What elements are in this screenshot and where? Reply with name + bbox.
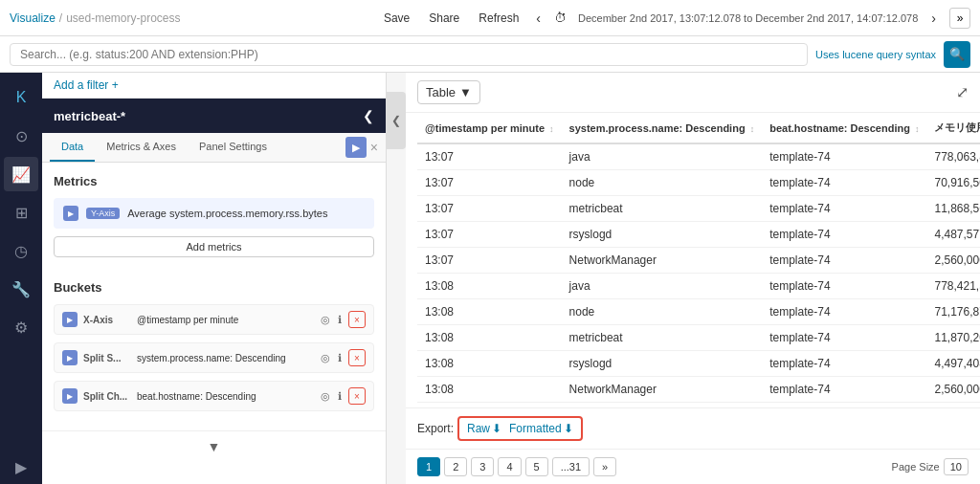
sidebar-item-dashboard[interactable]: ⊞ (4, 195, 38, 230)
tab-data[interactable]: Data (50, 133, 95, 162)
bucket-eye-xaxis[interactable]: ◎ (320, 313, 331, 327)
tab-panel-settings[interactable]: Panel Settings (188, 133, 278, 162)
refresh-button[interactable]: Refresh (475, 10, 523, 27)
save-button[interactable]: Save (380, 10, 413, 27)
export-label: Export: (417, 422, 454, 435)
page-btn-»[interactable]: » (593, 457, 616, 476)
cell-memory: 778,063,872 (926, 143, 980, 170)
bucket-edit-splitc[interactable]: ℹ (337, 389, 343, 404)
vis-type-dropdown-icon: ▼ (459, 85, 472, 99)
next-arrow[interactable]: › (929, 9, 938, 28)
table-row: 13:08 node template-74 71,176,874.667 (417, 299, 980, 325)
bucket-play-xaxis[interactable]: ▶ (62, 312, 78, 327)
search-button[interactable]: 🔍 (944, 41, 970, 68)
sort-icon-process: ↕ (750, 124, 755, 134)
formatted-export-link[interactable]: Formatted ⬇ (509, 422, 573, 435)
bucket-text-splitc: beat.hostname: Descending (137, 391, 314, 402)
bucket-text-splits: system.process.name: Descending (137, 353, 314, 363)
clock-icon: ⏱ (554, 11, 567, 25)
main-layout: K ⊙ 📈 ⊞ ◷ 🔧 ⚙ ▶ Add a filter + metricbea… (0, 73, 980, 484)
pagination-bar: 12345...31» Page Size 10 (406, 449, 980, 484)
cell-process: java (562, 143, 763, 170)
lucene-hint[interactable]: Uses lucene query syntax (815, 49, 936, 60)
sidebar-logo[interactable]: K (4, 80, 38, 115)
table-row: 13:08 metricbeat template-74 11,870,208 (417, 325, 980, 351)
col-header-memory[interactable]: メモリ使用量 (Byte) ↕ (926, 113, 980, 143)
sidebar-item-management[interactable]: 🔧 (4, 272, 38, 306)
cell-timestamp: 13:08 (417, 351, 562, 377)
sidebar-item-discover[interactable]: ⊙ (4, 119, 38, 153)
page-size-value[interactable]: 10 (944, 458, 969, 475)
add-metrics-button[interactable]: Add metrics (54, 236, 374, 257)
page-btn-2[interactable]: 2 (444, 457, 467, 476)
page-btn-5[interactable]: 5 (525, 457, 548, 476)
bucket-edit-xaxis[interactable]: ℹ (337, 313, 343, 327)
buckets-title: Buckets (54, 280, 374, 295)
sidebar-item-settings[interactable]: ⚙ (4, 310, 38, 344)
breadcrumb: Visualize / used-memory-process (10, 11, 181, 25)
raw-export-link[interactable]: Raw ⬇ (467, 422, 501, 435)
bucket-delete-splitc[interactable]: × (348, 387, 366, 405)
collapse-panel-button[interactable]: ❮ (363, 108, 374, 123)
chevron-down-button[interactable]: ▼ (208, 439, 221, 454)
page-btn-3[interactable]: 3 (471, 457, 494, 476)
forward-button[interactable]: » (949, 8, 970, 29)
col-header-process[interactable]: system.process.name: Descending ↕ (562, 113, 763, 143)
bucket-eye-splits[interactable]: ◎ (320, 351, 331, 365)
vis-type-selector[interactable]: Table ▼ (417, 80, 480, 104)
tab-metrics-axes[interactable]: Metrics & Axes (95, 133, 188, 162)
bucket-edit-splits[interactable]: ℹ (337, 351, 343, 365)
metric-play-icon[interactable]: ▶ (63, 206, 78, 221)
play-button[interactable]: ▶ (345, 137, 367, 158)
sidebar-item-timelion[interactable]: ◷ (4, 233, 38, 268)
sidebar-item-visualize[interactable]: 📈 (4, 157, 38, 191)
search-bar: Uses lucene query syntax 🔍 (0, 36, 980, 73)
metrics-title: Metrics (54, 174, 374, 188)
col-header-hostname[interactable]: beat.hostname: Descending ↕ (762, 113, 926, 143)
bucket-play-splits[interactable]: ▶ (62, 350, 78, 365)
cell-hostname: template-74 (762, 143, 926, 170)
table-row: 13:08 NetworkManager template-74 2,560,0… (417, 377, 980, 403)
col-header-timestamp[interactable]: @timestamp per minute ↕ (417, 113, 562, 143)
close-tab-button[interactable]: × (370, 140, 378, 155)
metric-badge-yaxis: Y-Axis (86, 208, 120, 219)
cell-timestamp: 13:07 (417, 143, 562, 170)
cell-memory: 2,560,000 (926, 377, 980, 403)
cell-timestamp: 13:07 (417, 196, 562, 222)
sidebar-item-bottom[interactable]: ▶ (4, 450, 38, 484)
search-input[interactable] (10, 43, 808, 66)
export-box: Raw ⬇ Formatted ⬇ (457, 416, 583, 441)
bucket-play-splitc[interactable]: ▶ (62, 388, 78, 404)
metric-text-yaxis: Average system.process.memory.rss.bytes (127, 208, 365, 219)
cell-process: NetworkManager (562, 248, 763, 274)
page-btn-...31[interactable]: ...31 (552, 457, 590, 476)
bucket-label-splitc: Split Ch... (83, 391, 131, 402)
bucket-eye-splitc[interactable]: ◎ (320, 389, 331, 404)
bottom-sidebar-area: ▼ (42, 430, 386, 462)
bucket-delete-xaxis[interactable]: × (348, 311, 366, 328)
bucket-label-xaxis: X-Axis (83, 315, 131, 325)
metric-item-yaxis[interactable]: ▶ Y-Axis Average system.process.memory.r… (54, 198, 374, 229)
sort-icon-timestamp: ↕ (549, 124, 554, 134)
cell-process: node (562, 170, 763, 196)
page-btn-1[interactable]: 1 (417, 457, 440, 476)
app-link[interactable]: Visualize (10, 11, 56, 25)
add-filter-link[interactable]: Add a filter + (54, 78, 119, 92)
prev-arrow[interactable]: ‹ (534, 9, 543, 28)
cell-memory: 4,487,577.6 (926, 222, 980, 248)
share-button[interactable]: Share (425, 10, 463, 27)
page-btn-4[interactable]: 4 (498, 457, 521, 476)
expand-button[interactable]: ⤢ (956, 83, 969, 101)
bucket-delete-splits[interactable]: × (348, 349, 366, 366)
cell-hostname: template-74 (762, 351, 926, 377)
index-header: metricbeat-* ❮ (42, 99, 386, 133)
vis-type-label: Table (426, 85, 456, 99)
cell-memory: 71,176,874.667 (926, 299, 980, 325)
cell-hostname: template-74 (762, 377, 926, 403)
data-table: @timestamp per minute ↕ system.process.n… (417, 113, 980, 403)
top-bar-actions: Save Share Refresh ‹ ⏱ December 2nd 2017… (380, 8, 970, 29)
table-row: 13:08 java template-74 778,421,589.333 (417, 274, 980, 299)
collapse-arrow[interactable]: ❮ (387, 92, 406, 149)
raw-download-icon: ⬇ (492, 422, 501, 435)
page-size-label: Page Size (892, 461, 940, 473)
